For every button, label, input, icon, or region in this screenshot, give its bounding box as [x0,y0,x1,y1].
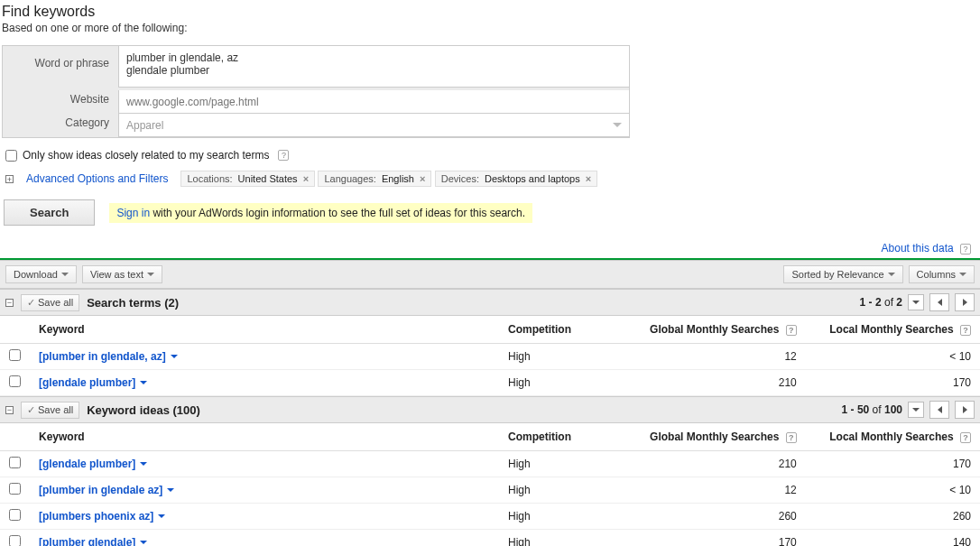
chevron-down-icon [613,123,622,127]
label-category: Category [3,111,109,134]
keyword-link[interactable]: [glendale plumber] [39,376,147,389]
category-select[interactable]: Apparel [118,114,629,137]
local-searches-value: 170 [806,451,980,477]
global-searches-value: 260 [625,504,806,530]
pager-range: 1 - 50 of 100 [842,403,902,416]
global-searches-value: 12 [625,344,806,370]
view-as-text-button[interactable]: View as text [82,265,162,283]
keyword-link[interactable]: [plumber glendale] [39,536,147,546]
chevron-down-icon [140,462,147,466]
chevron-down-icon [888,273,895,276]
only-show-checkbox[interactable] [5,150,17,162]
prev-page-button[interactable] [929,401,949,419]
chevron-right-icon [963,299,967,306]
col-local[interactable]: Local Monthly Searches ? [806,316,980,344]
save-all-button[interactable]: ✓ Save all [21,402,79,419]
help-icon[interactable]: ? [960,432,971,443]
row-checkbox[interactable] [9,483,21,495]
prev-page-button[interactable] [929,293,949,311]
table-row: [plumber in glendale, az] High 12 < 10 [0,344,980,370]
table-row: [plumbers phoenix az] High 260 260 [0,504,980,530]
category-value: Apparel [126,119,163,132]
row-checkbox[interactable] [9,457,21,468]
keyword-link[interactable]: [plumber in glendale, az] [39,350,178,363]
only-show-label: Only show ideas closely related to my se… [23,149,269,162]
word-phrase-input[interactable]: plumber in glendale, az glendale plumber [118,46,629,88]
row-checkbox[interactable] [9,509,21,521]
local-searches-value: < 10 [806,477,980,504]
help-icon[interactable]: ? [960,244,971,254]
chevron-down-icon [158,514,165,518]
col-local[interactable]: Local Monthly Searches ? [806,423,980,451]
advanced-options-link[interactable]: Advanced Options and Filters [26,172,168,185]
check-icon: ✓ [27,297,35,309]
signin-hint: Sign in with your AdWords login informat… [109,203,532,223]
row-checkbox[interactable] [9,535,21,546]
chevron-down-icon [140,381,147,384]
page-size-dropdown[interactable] [908,402,924,418]
col-global[interactable]: Global Monthly Searches ? [625,423,806,451]
global-searches-value: 210 [625,370,806,396]
col-competition[interactable]: Competition [499,423,625,451]
label-website: Website [3,88,109,111]
close-icon[interactable]: × [420,173,425,184]
close-icon[interactable]: × [303,173,309,184]
col-competition[interactable]: Competition [499,316,625,344]
chevron-left-icon [938,406,942,413]
local-searches-value: 140 [806,530,980,547]
collapse-icon[interactable]: − [5,299,14,307]
competition-value: High [499,370,625,396]
help-icon[interactable]: ? [786,325,797,336]
row-checkbox[interactable] [9,375,21,387]
signin-link[interactable]: Sign in [116,207,150,219]
page-subtitle: Based on one or more of the following: [2,22,978,34]
col-global[interactable]: Global Monthly Searches ? [625,316,806,344]
chevron-down-icon [171,355,178,358]
about-data-link[interactable]: About this data [882,242,954,254]
keyword-link[interactable]: [glendale plumber] [39,458,147,470]
local-searches-value: 260 [806,504,980,530]
next-page-button[interactable] [955,401,975,419]
chevron-down-icon [147,273,154,276]
help-icon[interactable]: ? [278,150,289,161]
check-icon: ✓ [27,404,35,416]
next-page-button[interactable] [955,293,975,311]
local-searches-value: 170 [806,370,980,396]
table-row: [glendale plumber] High 210 170 [0,370,980,396]
label-word: Word or phrase [3,46,109,88]
help-icon[interactable]: ? [960,325,971,336]
section-title: Keyword ideas (100) [87,403,200,417]
col-keyword[interactable]: Keyword [30,316,499,344]
col-keyword[interactable]: Keyword [30,423,499,451]
save-all-button[interactable]: ✓ Save all [21,294,79,311]
chevron-down-icon [167,488,174,492]
search-button[interactable]: Search [4,199,95,226]
row-checkbox[interactable] [9,349,21,361]
keyword-link[interactable]: [plumber in glendale az] [39,484,174,496]
global-searches-value: 170 [625,530,806,547]
competition-value: High [499,504,625,530]
download-button[interactable]: Download [5,265,77,283]
columns-button[interactable]: Columns [909,265,975,283]
plus-icon[interactable]: + [5,175,14,183]
sort-button[interactable]: Sorted by Relevance [783,265,902,283]
filter-chip: Devices: Desktops and laptops × [435,171,597,187]
keyword-link[interactable]: [plumbers phoenix az] [39,510,165,523]
help-icon[interactable]: ? [786,432,797,443]
filter-chip: Languages: English × [318,171,431,187]
chevron-right-icon [963,406,967,413]
close-icon[interactable]: × [586,173,591,184]
chevron-left-icon [938,299,942,306]
page-size-dropdown[interactable] [908,294,924,310]
local-searches-value: < 10 [806,344,980,370]
table-row: [plumber glendale] High 170 140 [0,530,980,547]
global-searches-value: 12 [625,477,806,504]
filter-chip: Locations: United States × [180,171,315,187]
search-form: Word or phrase Website Category plumber … [2,45,630,138]
chevron-down-icon [959,273,966,276]
signin-rest: with your AdWords login information to s… [150,207,525,219]
website-input[interactable] [118,90,629,114]
collapse-icon[interactable]: − [5,406,14,414]
competition-value: High [499,451,625,477]
chevron-down-icon [61,273,69,276]
